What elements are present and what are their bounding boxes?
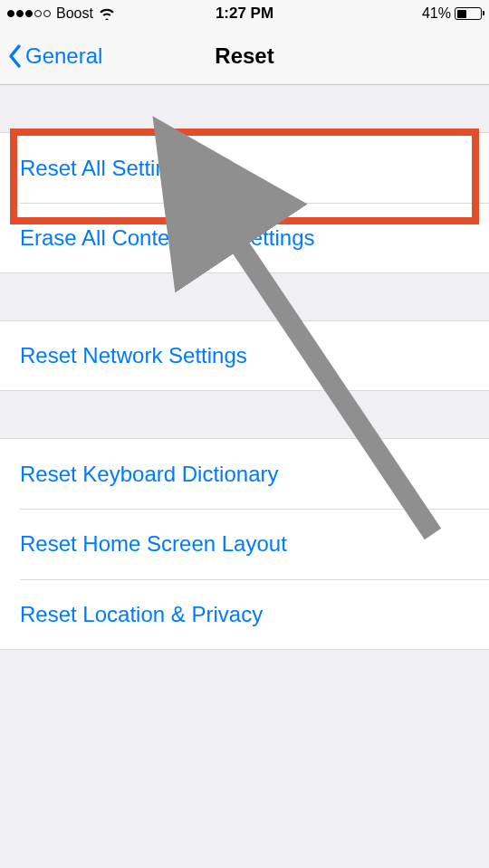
row-label: Reset All Settings bbox=[20, 156, 190, 181]
annotation-arrow-icon bbox=[0, 0, 489, 868]
row-label: Reset Network Settings bbox=[20, 343, 247, 368]
settings-group-3: Reset Keyboard Dictionary Reset Home Scr… bbox=[0, 438, 489, 650]
back-button[interactable]: General bbox=[7, 43, 102, 69]
row-reset-home-screen[interactable]: Reset Home Screen Layout bbox=[0, 509, 489, 579]
battery-icon bbox=[455, 7, 482, 20]
row-reset-all-settings[interactable]: Reset All Settings bbox=[0, 132, 489, 203]
signal-strength-icon bbox=[7, 10, 51, 17]
page-title: Reset bbox=[215, 43, 273, 69]
row-label: Erase All Content and Settings bbox=[20, 225, 315, 251]
status-bar: Boost 1:27 PM 41% bbox=[0, 0, 489, 27]
row-label: Reset Keyboard Dictionary bbox=[20, 462, 278, 487]
nav-bar: General Reset bbox=[0, 27, 489, 85]
wifi-icon bbox=[99, 7, 115, 20]
row-reset-network[interactable]: Reset Network Settings bbox=[0, 320, 489, 391]
row-erase-all-content[interactable]: Erase All Content and Settings bbox=[0, 203, 489, 273]
back-label: General bbox=[25, 43, 102, 69]
chevron-left-icon bbox=[7, 43, 22, 69]
row-reset-keyboard[interactable]: Reset Keyboard Dictionary bbox=[0, 438, 489, 509]
carrier-label: Boost bbox=[56, 5, 93, 22]
status-left: Boost bbox=[7, 5, 115, 22]
status-right: 41% bbox=[422, 5, 482, 22]
row-label: Reset Home Screen Layout bbox=[20, 531, 287, 557]
row-reset-location-privacy[interactable]: Reset Location & Privacy bbox=[0, 579, 489, 650]
settings-group-1: Reset All Settings Erase All Content and… bbox=[0, 132, 489, 273]
status-time: 1:27 PM bbox=[216, 5, 273, 23]
row-label: Reset Location & Privacy bbox=[20, 602, 263, 627]
settings-group-2: Reset Network Settings bbox=[0, 320, 489, 391]
battery-percent: 41% bbox=[422, 5, 451, 22]
battery-fill bbox=[457, 10, 466, 18]
